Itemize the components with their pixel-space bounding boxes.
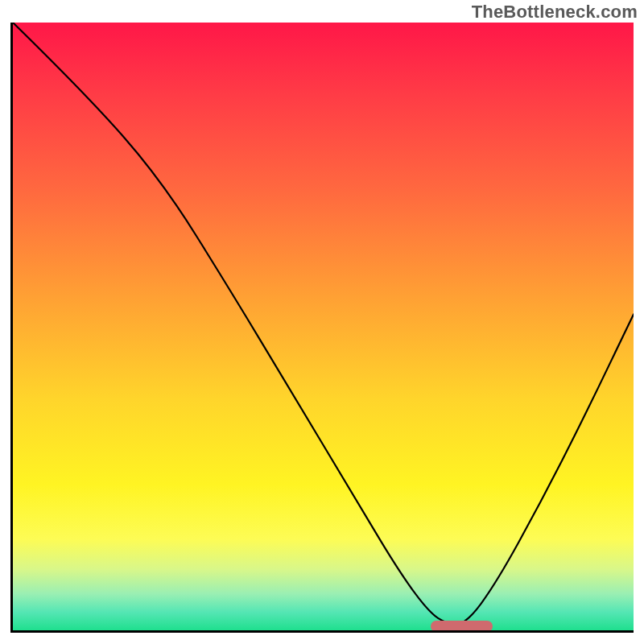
bottleneck-marker	[431, 621, 493, 632]
chart-stage: TheBottleneck.com	[0, 0, 644, 644]
curve-svg	[13, 23, 634, 630]
watermark-text: TheBottleneck.com	[472, 2, 638, 23]
curve-path	[13, 23, 634, 624]
plot-area	[10, 23, 634, 633]
